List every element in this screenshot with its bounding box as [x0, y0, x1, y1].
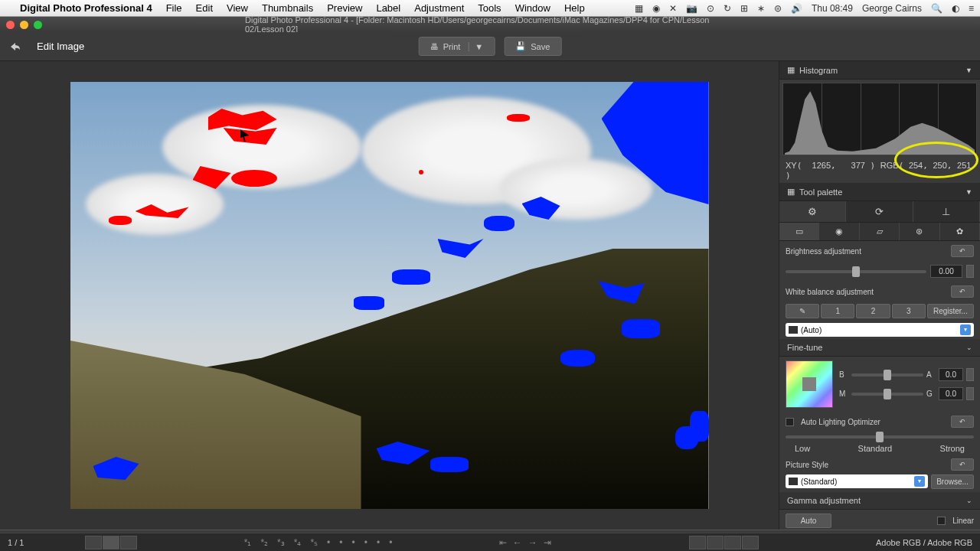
brightness-slider[interactable]: [786, 270, 926, 273]
subtab-detail[interactable]: ◉: [819, 223, 859, 240]
save-button[interactable]: 💾 Save: [504, 37, 561, 56]
nav-first[interactable]: ⇤: [499, 537, 507, 548]
finetune-header[interactable]: Fine-tune ⌄: [779, 339, 980, 357]
rating-4[interactable]: *₄: [294, 537, 302, 548]
subtab-basic[interactable]: ▭: [779, 223, 819, 240]
thumb-view-4[interactable]: [742, 536, 759, 549]
menu-thumbnails[interactable]: Thumbnails: [262, 2, 313, 14]
chevron-down-icon[interactable]: ▼: [965, 67, 972, 74]
wb-preset-1[interactable]: 1: [821, 304, 854, 318]
wb-dropdown[interactable]: (Auto) ▾: [786, 323, 974, 337]
brightness-value[interactable]: 0.00: [930, 265, 962, 278]
wifi-icon[interactable]: ⊜: [774, 3, 782, 14]
user-name[interactable]: George Cairns: [862, 3, 922, 14]
menu-help[interactable]: Help: [564, 2, 585, 14]
rating-dot[interactable]: •: [377, 537, 380, 548]
chevron-down-icon[interactable]: ▾: [960, 324, 971, 335]
brightness-reset[interactable]: ↶: [951, 245, 974, 257]
tab-adjust[interactable]: ⚙: [779, 201, 846, 222]
undo-icon[interactable]: [8, 39, 23, 54]
status-icon[interactable]: ◐: [952, 3, 959, 14]
tab-stamp[interactable]: ⊥: [913, 201, 980, 222]
status-icon[interactable]: ✕: [669, 3, 677, 14]
alo-reset[interactable]: ↶: [951, 416, 974, 428]
view-grid[interactable]: [85, 536, 102, 549]
menu-tools[interactable]: Tools: [478, 2, 501, 14]
gamma-linear-checkbox[interactable]: [937, 517, 946, 525]
chevron-down-icon[interactable]: ▼: [965, 188, 972, 196]
status-icon[interactable]: ↻: [724, 3, 731, 14]
notification-icon[interactable]: ≡: [969, 3, 974, 14]
menu-file[interactable]: File: [166, 2, 182, 14]
nav-prev[interactable]: ←: [513, 537, 522, 548]
menu-view[interactable]: View: [227, 2, 248, 14]
image-canvas[interactable]: [0, 61, 779, 530]
alo-checkbox[interactable]: [786, 418, 794, 426]
finetune-m-slider[interactable]: [851, 393, 923, 396]
rating-5[interactable]: *₅: [310, 537, 318, 548]
rating-2[interactable]: *₂: [260, 537, 268, 548]
alo-slider[interactable]: [786, 435, 974, 439]
maximize-button[interactable]: [34, 21, 42, 29]
subtab-color[interactable]: ⊛: [900, 223, 939, 240]
wb-eyedropper[interactable]: ✎: [786, 304, 819, 318]
finetune-color-picker[interactable]: [786, 360, 833, 408]
status-icon[interactable]: ⊙: [707, 3, 714, 14]
gamma-header[interactable]: Gamma adjustment ⌄: [779, 492, 980, 510]
thumb-view-3[interactable]: [724, 536, 741, 549]
nav-next[interactable]: →: [528, 537, 537, 548]
menu-preview[interactable]: Preview: [327, 2, 362, 14]
brightness-stepper[interactable]: [966, 265, 974, 278]
status-icon[interactable]: ⊞: [740, 3, 748, 14]
finetune-b-slider[interactable]: [851, 373, 923, 377]
wb-preset-3[interactable]: 3: [892, 304, 926, 318]
app-name[interactable]: Digital Photo Professional 4: [20, 2, 152, 14]
menu-label[interactable]: Label: [376, 2, 400, 14]
rating-1[interactable]: *₁: [244, 537, 252, 548]
close-button[interactable]: [6, 21, 15, 29]
finetune-g-value[interactable]: 0.0: [939, 387, 963, 400]
nav-last[interactable]: ⇥: [544, 537, 551, 548]
chevron-down-icon[interactable]: ⌄: [966, 344, 972, 351]
status-icon[interactable]: ◉: [652, 3, 660, 14]
wb-register[interactable]: Register...: [927, 304, 974, 318]
subtab-settings[interactable]: ✿: [940, 223, 980, 240]
ps-reset[interactable]: ↶: [951, 458, 974, 471]
camera-icon[interactable]: 📷: [686, 3, 697, 14]
minimize-button[interactable]: [20, 21, 28, 29]
rating-dot[interactable]: •: [389, 537, 392, 548]
bluetooth-icon[interactable]: ∗: [757, 3, 765, 14]
tab-crop[interactable]: ⟳: [846, 201, 913, 222]
view-split[interactable]: [120, 536, 137, 549]
ps-browse[interactable]: Browse...: [931, 474, 974, 489]
menu-adjustment[interactable]: Adjustment: [414, 2, 464, 14]
subtab-tone[interactable]: ▱: [860, 223, 900, 240]
menu-edit[interactable]: Edit: [196, 2, 213, 14]
rating-3[interactable]: *₃: [277, 537, 285, 548]
spotlight-icon[interactable]: 🔍: [931, 3, 942, 14]
thumb-view-1[interactable]: [689, 536, 706, 549]
chevron-down-icon[interactable]: ▾: [914, 476, 925, 487]
wb-reset[interactable]: ↶: [951, 285, 974, 298]
view-single[interactable]: [103, 536, 119, 549]
rating-dot[interactable]: •: [327, 537, 330, 548]
tool-palette-header[interactable]: ▦ Tool palette ▼: [779, 183, 980, 201]
rating-dot[interactable]: •: [352, 537, 355, 548]
chevron-down-icon[interactable]: ▼: [468, 42, 483, 51]
menu-window[interactable]: Window: [515, 2, 550, 14]
gamma-auto[interactable]: Auto: [786, 514, 831, 528]
wb-preset-2[interactable]: 2: [856, 304, 890, 318]
rating-dot[interactable]: •: [364, 537, 368, 548]
histogram-header[interactable]: ▦ Histogram ▼: [779, 61, 980, 80]
chevron-down-icon[interactable]: ⌄: [966, 497, 972, 504]
clock[interactable]: Thu 08:49: [812, 3, 853, 14]
finetune-a-value[interactable]: 0.0: [939, 368, 963, 381]
finetune-g-stepper[interactable]: [966, 387, 974, 400]
print-button[interactable]: 🖶 Print ▼: [419, 37, 495, 56]
volume-icon[interactable]: 🔊: [791, 3, 802, 14]
status-icon[interactable]: ▦: [635, 3, 643, 14]
ps-dropdown[interactable]: (Standard) ▾: [786, 474, 928, 488]
rating-dot[interactable]: •: [339, 537, 342, 548]
finetune-a-stepper[interactable]: [966, 368, 974, 381]
thumb-view-2[interactable]: [707, 536, 724, 549]
